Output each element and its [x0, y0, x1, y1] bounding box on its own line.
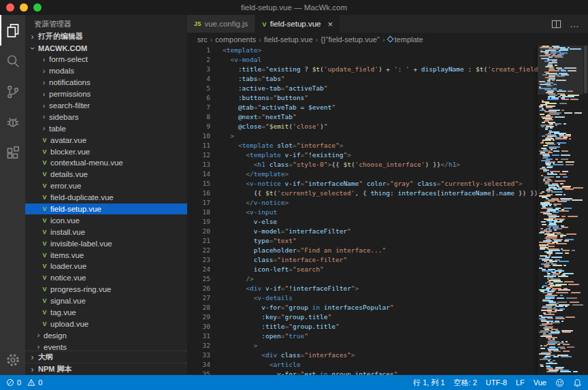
- close-window-button[interactable]: [6, 3, 14, 12]
- tree-item-signal-vue[interactable]: Vsignal.vue: [25, 295, 187, 307]
- tree-item-blocker-vue[interactable]: Vblocker.vue: [25, 146, 187, 157]
- code-line[interactable]: 19 v-else: [187, 217, 588, 227]
- code-line[interactable]: 11 <template slot="interface">: [187, 141, 588, 150]
- encoding-setting[interactable]: UTF-8: [486, 378, 507, 387]
- tree-item-tag-vue[interactable]: Vtag.vue: [25, 307, 187, 319]
- code-line[interactable]: 13 <h1 class="style-0">{{ $t('choose_int…: [187, 160, 588, 169]
- tree-item-modals[interactable]: ›modals: [25, 65, 187, 77]
- tree-item-loader-vue[interactable]: Vloader.vue: [25, 261, 187, 272]
- more-actions-icon[interactable]: …: [570, 18, 580, 29]
- code-line[interactable]: 12 <template v-if="!existing">: [187, 150, 588, 160]
- tree-item-field-setup-vue[interactable]: Vfield-setup.vue: [25, 204, 187, 215]
- code-line[interactable]: 5 :active-tab="activeTab": [187, 84, 588, 93]
- tree-item-details-vue[interactable]: Vdetails.vue: [25, 169, 187, 180]
- code-line[interactable]: 4 :tabs="tabs": [187, 74, 588, 84]
- editor[interactable]: 1<template>2 <v-modal3 :title="existing …: [187, 46, 588, 375]
- tree-item-design[interactable]: ›design: [25, 329, 187, 341]
- minimize-window-button[interactable]: [20, 3, 28, 12]
- code-token: interfaces: [397, 189, 436, 197]
- section-npm-scripts[interactable]: › NPM 脚本: [25, 363, 187, 375]
- code-line[interactable]: 22 placeholder="Find an interface...": [187, 246, 588, 255]
- section-workspace[interactable]: › MACWK.COM: [25, 42, 187, 54]
- code-line[interactable]: 33 <div class="interfaces">: [187, 351, 588, 360]
- tree-item-notice-vue[interactable]: Vnotice.vue: [25, 272, 187, 284]
- code-line[interactable]: 24 icon-left="search": [187, 265, 588, 274]
- code-line[interactable]: 26 <div v-if="!interfaceFilter">: [187, 284, 588, 293]
- code-line[interactable]: 31 :open="true": [187, 331, 588, 341]
- feedback-smiley-icon[interactable]: [555, 378, 564, 387]
- minimap[interactable]: [538, 46, 583, 375]
- tree-item-upload-vue[interactable]: Vupload.vue: [25, 318, 187, 329]
- tree-item-install-vue[interactable]: Vinstall.vue: [25, 226, 187, 238]
- minimap-segment: [553, 189, 562, 190]
- code-line[interactable]: 1<template>: [187, 46, 588, 55]
- tab-vue-config-js[interactable]: JS vue.config.js: [187, 15, 255, 33]
- tree-item-table[interactable]: ›table: [25, 123, 187, 134]
- section-open-editors[interactable]: › 打开的编辑器: [25, 31, 187, 42]
- breadcrumb-item[interactable]: src: [197, 35, 208, 44]
- code-line[interactable]: 17 </v-notice>: [187, 198, 588, 208]
- breadcrumb-item[interactable]: components: [215, 35, 256, 44]
- tab-field-setup-vue[interactable]: V field-setup.vue ×: [255, 15, 340, 33]
- code-line[interactable]: 3 :title="existing ? $t('update_field') …: [187, 65, 588, 74]
- debug-icon[interactable]: [0, 107, 25, 137]
- eol-setting[interactable]: LF: [516, 378, 525, 387]
- tree-item-permissions[interactable]: ›permissions: [25, 88, 187, 100]
- tree-item-form-select[interactable]: ›form-select: [25, 54, 187, 65]
- tree-item-contextual-menu-vue[interactable]: Vcontextual-menu.vue: [25, 157, 187, 169]
- code-line[interactable]: 15 <v-notice v-if="interfaceName" color=…: [187, 179, 588, 189]
- code-line[interactable]: 23 class="interface-filter": [187, 255, 588, 265]
- explorer-icon[interactable]: [0, 15, 25, 46]
- code-line[interactable]: 14 </template>: [187, 169, 588, 179]
- code-line[interactable]: 25 />: [187, 274, 588, 284]
- code-line[interactable]: 35 v-for="ext in group.interfaces": [187, 370, 588, 375]
- code-line[interactable]: 9 @close="$emit('close')": [187, 122, 588, 131]
- section-outline[interactable]: › 大纲: [25, 351, 187, 363]
- breadcrumb-item[interactable]: template: [388, 35, 423, 44]
- manage-icon[interactable]: [0, 344, 25, 375]
- code-line[interactable]: 7 @tab="activeTab = $event": [187, 103, 588, 112]
- search-icon[interactable]: [0, 46, 25, 76]
- code-line[interactable]: 10 >: [187, 131, 588, 141]
- tree-item-sidebars[interactable]: ›sidebars: [25, 111, 187, 123]
- source-control-icon[interactable]: [0, 76, 25, 107]
- code-line[interactable]: 8 @next="nextTab": [187, 112, 588, 122]
- breadcrumb-item[interactable]: {}"field-setup.vue": [321, 35, 380, 44]
- code-line[interactable]: 27 <v-details: [187, 293, 588, 303]
- code-line[interactable]: 16 {{ $t('currently_selected', { thing: …: [187, 189, 588, 198]
- tree-item-field-duplicate-vue[interactable]: Vfield-duplicate.vue: [25, 192, 187, 204]
- tree-item-invisible-label-vue[interactable]: Vinvisible-label.vue: [25, 238, 187, 249]
- tree-item-notifications[interactable]: ›notifications: [25, 77, 187, 88]
- code-line[interactable]: 32 >: [187, 341, 588, 351]
- tree-item-error-vue[interactable]: Verror.vue: [25, 180, 187, 192]
- breadcrumb-item[interactable]: field-setup.vue: [264, 35, 313, 44]
- language-mode[interactable]: Vue: [534, 378, 546, 387]
- split-editor-icon[interactable]: [551, 19, 561, 29]
- code-line[interactable]: 28 v-for="group in interfacesPopular": [187, 303, 588, 312]
- indentation-setting[interactable]: 空格: 2: [454, 378, 477, 388]
- code-token: group: [289, 304, 308, 311]
- code-line[interactable]: 20 v-model="interfaceFilter": [187, 227, 588, 236]
- code-line[interactable]: 30 :title="group.title": [187, 322, 588, 331]
- minimap-segment: [541, 175, 543, 176]
- tree-item-avatar-vue[interactable]: Vavatar.vue: [25, 134, 187, 146]
- problems-indicator[interactable]: 0 0: [6, 378, 42, 387]
- scrollbar-thumb[interactable]: [584, 46, 587, 93]
- tree-item-events[interactable]: ›events: [25, 341, 187, 351]
- zoom-window-button[interactable]: [33, 3, 42, 12]
- tree-item-items-vue[interactable]: Vitems.vue: [25, 249, 187, 261]
- code-line[interactable]: 21 type="text": [187, 236, 588, 246]
- code-line[interactable]: 18 <v-input: [187, 208, 588, 217]
- editor-scrollbar[interactable]: [583, 46, 588, 375]
- code-line[interactable]: 34 <article: [187, 360, 588, 370]
- code-line[interactable]: 6 :buttons="buttons": [187, 93, 588, 103]
- notifications-bell-icon[interactable]: [573, 378, 582, 387]
- tree-item-icon-vue[interactable]: Vicon.vue: [25, 214, 187, 226]
- cursor-position[interactable]: 行 1, 列 1: [413, 378, 444, 388]
- extensions-icon[interactable]: [0, 137, 25, 168]
- tree-item-search-filter[interactable]: ›search-filter: [25, 100, 187, 112]
- tree-item-progress-ring-vue[interactable]: Vprogress-ring.vue: [25, 284, 187, 295]
- close-tab-icon[interactable]: ×: [327, 20, 333, 29]
- code-line[interactable]: 2 <v-modal: [187, 55, 588, 65]
- code-line[interactable]: 29 :key="group.title": [187, 312, 588, 322]
